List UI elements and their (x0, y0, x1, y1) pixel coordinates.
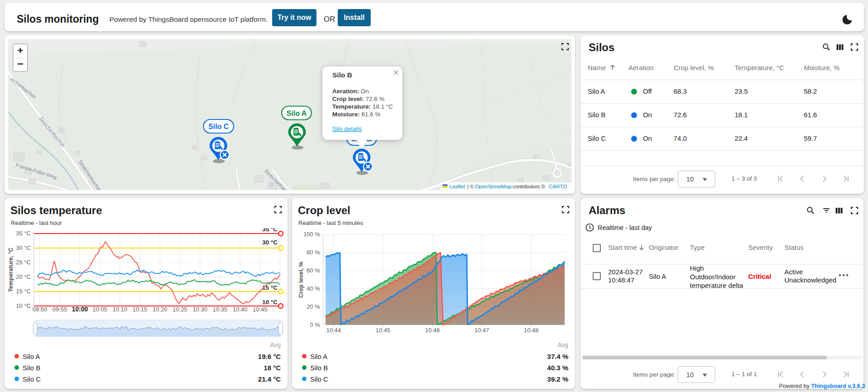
svg-text:25 °C: 25 °C (16, 259, 31, 266)
svg-text:30 °C: 30 °C (262, 239, 278, 246)
svg-text:35 °C: 35 °C (16, 230, 31, 237)
svg-text:10:10: 10:10 (113, 306, 127, 313)
svg-text:Crop level, %: Crop level, % (297, 261, 304, 298)
svg-text:30 °C: 30 °C (16, 244, 31, 251)
svg-text:Moisture: 61.6 %: Moisture: 61.6 % (332, 111, 381, 118)
svg-text:©: © (470, 184, 474, 189)
svg-text:Crop level: 72.6 %: Crop level: 72.6 % (332, 96, 385, 102)
svg-text:10:05: 10:05 (93, 306, 108, 313)
svg-text:10:44: 10:44 (326, 327, 341, 334)
svg-text:Silo B: Silo B (332, 71, 352, 79)
svg-text:60 %: 60 % (307, 267, 320, 274)
svg-text:10 °C: 10 °C (16, 302, 31, 309)
svg-text:10:20: 10:20 (153, 306, 168, 313)
svg-text:Silo C: Silo C (208, 123, 229, 130)
svg-text:10:45: 10:45 (253, 306, 268, 313)
svg-text:Aeration: On: Aeration: On (332, 88, 369, 95)
svg-text:10:25: 10:25 (173, 306, 188, 313)
svg-text:15 °C: 15 °C (16, 288, 31, 295)
svg-text:09:50: 09:50 (33, 306, 47, 313)
svg-text:10:40: 10:40 (233, 306, 248, 313)
svg-text:10:00: 10:00 (72, 306, 88, 313)
svg-text:10:46: 10:46 (425, 327, 440, 334)
svg-text:10:35: 10:35 (212, 306, 227, 313)
svg-text:OpenStreetMap: OpenStreetMap (475, 184, 512, 189)
svg-text:10:15: 10:15 (132, 306, 147, 313)
svg-text:40 %: 40 % (307, 285, 320, 292)
svg-text:20 °C: 20 °C (16, 273, 31, 280)
svg-text:Temperature: 18.1 °C: Temperature: 18.1 °C (332, 103, 393, 110)
svg-text:Leaflet: Leaflet (449, 184, 465, 189)
svg-text:10:47: 10:47 (475, 327, 490, 334)
svg-text:10:30: 10:30 (193, 306, 208, 313)
svg-text:10 °C: 10 °C (262, 299, 278, 306)
svg-text:Silo A: Silo A (287, 110, 307, 117)
svg-text:15 °C: 15 °C (262, 284, 278, 291)
svg-text:Temperature, °C: Temperature, °C (7, 248, 14, 292)
svg-text:Silo details: Silo details (332, 125, 362, 132)
svg-text:100 %: 100 % (303, 231, 320, 238)
svg-text:20 %: 20 % (307, 303, 320, 310)
svg-text:0 %: 0 % (310, 321, 321, 328)
svg-text:CARTO: CARTO (549, 184, 567, 189)
svg-text:10:48: 10:48 (524, 327, 539, 334)
svg-text:80 %: 80 % (307, 249, 320, 256)
svg-text:10:45: 10:45 (376, 327, 391, 334)
svg-text:contributors ©: contributors © (513, 184, 545, 189)
svg-text:09:55: 09:55 (52, 306, 67, 313)
svg-text:|: | (467, 184, 469, 189)
